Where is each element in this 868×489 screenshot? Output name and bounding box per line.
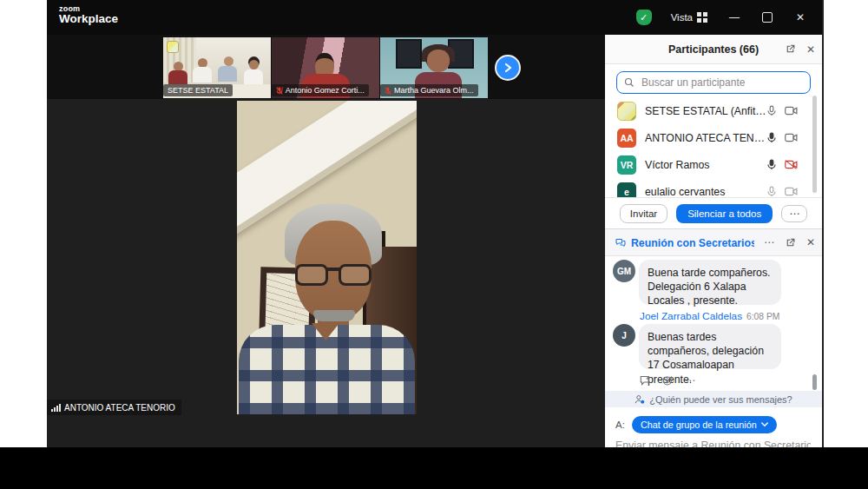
thumbnail-name-text: Antonio Gomez Corti... <box>286 86 365 95</box>
sender-name: Joel Zarrabal Caldelas <box>640 310 742 322</box>
person-check-icon <box>635 394 645 405</box>
participant-list: SETSE ESTATAL (Anfitrión, yo) AA ANTONIO… <box>605 97 822 197</box>
letterbox-bottom <box>0 447 868 489</box>
speaker-name-text: ANTONIO ATECA TENORIO <box>64 403 175 413</box>
chat-audience-selector[interactable]: Chat de grupo de la reunión <box>632 416 777 433</box>
thumbnail-name-label: Martha Guevara Olm... <box>380 84 478 96</box>
chat-message[interactable]: Buenas tardes compañeros, delegación 17 … <box>639 324 781 369</box>
minimize-button[interactable]: — <box>720 0 749 35</box>
thumb-person-deco <box>427 50 450 72</box>
security-shield-icon[interactable]: ✓ <box>629 0 659 35</box>
chat-title: Reunión con Secretarios(a... <box>631 237 754 249</box>
privacy-note-bar[interactable]: ¿Quién puede ver sus mensajes? <box>605 391 822 407</box>
mute-all-button[interactable]: Silenciar a todos <box>676 204 773 223</box>
message-avatar: GM <box>613 260 635 282</box>
chat-scrollbar[interactable] <box>812 374 817 390</box>
search-input[interactable] <box>640 76 803 89</box>
thumbnail-name-label: 🎙̸ Antonio Gomez Corti... <box>272 84 369 96</box>
participants-scrollbar[interactable] <box>812 96 817 193</box>
chat-message[interactable]: Buena tarde compañeros. Delegación 6 Xal… <box>639 260 781 305</box>
search-icon <box>624 77 635 88</box>
mic-icon[interactable] <box>766 105 777 116</box>
next-videos-button[interactable] <box>495 55 521 81</box>
titlebar-controls: ✓ Vista — ✕ <box>629 0 815 35</box>
person-glasses-deco <box>292 264 375 287</box>
maximize-button[interactable] <box>753 0 782 35</box>
mic-icon[interactable] <box>766 132 777 143</box>
invite-button[interactable]: Invitar <box>620 204 667 223</box>
speaker-video-antonio-ateca[interactable] <box>237 101 417 414</box>
video-stage: SETSE ESTATAL 🎙̸ Antonio Gomez Corti... <box>47 35 605 447</box>
participant-name: Víctor Ramos <box>645 159 766 171</box>
pop-out-icon[interactable] <box>785 237 796 248</box>
privacy-note-text: ¿Quién puede ver sus mensajes? <box>649 394 792 405</box>
thumbnail-name-text: Martha Guevara Olm... <box>394 86 474 95</box>
video-thumbnail-setse[interactable]: SETSE ESTATAL <box>163 37 271 98</box>
participant-avatar <box>617 102 636 121</box>
participant-row-setse[interactable]: SETSE ESTATAL (Anfitrión, yo) <box>605 97 822 124</box>
mic-muted-icon <box>276 87 283 95</box>
participant-row-victor-ramos[interactable]: VR Víctor Ramos <box>605 151 822 178</box>
thumbnail-name-label: SETSE ESTATAL <box>163 84 233 96</box>
setse-logo-icon <box>167 41 179 53</box>
pop-out-icon[interactable] <box>785 43 796 55</box>
message-more-icon[interactable]: ⋯ <box>685 374 696 387</box>
chat-panel: Reunión con Secretarios(a... ⋯ ✕ GM Buen… <box>605 228 822 448</box>
connection-signal-icon <box>51 404 61 412</box>
camera-off-icon[interactable] <box>785 160 798 169</box>
zoom-workplace-logo: zoom Workplace <box>59 5 118 26</box>
participant-avatar: VR <box>617 155 636 175</box>
view-button[interactable]: Vista <box>662 12 716 23</box>
participants-more-button[interactable]: ⋯ <box>781 205 807 222</box>
brand-workplace: Workplace <box>59 13 118 25</box>
participant-search-box[interactable] <box>616 71 811 94</box>
thumbnail-strip: SETSE ESTATAL 🎙̸ Antonio Gomez Corti... <box>47 35 605 99</box>
mic-icon[interactable] <box>766 159 777 170</box>
chat-more-icon[interactable]: ⋯ <box>764 236 774 248</box>
emoji-reaction-icon[interactable] <box>662 375 674 387</box>
message-sender-row: Joel Zarrabal Caldelas6:08 PM <box>640 310 779 322</box>
close-chat-icon[interactable]: ✕ <box>806 236 815 248</box>
video-thumbnail-martha-guevara[interactable]: Martha Guevara Olm... <box>380 37 488 98</box>
participant-avatar: AA <box>617 129 636 148</box>
video-thumbnail-antonio-gomez[interactable]: 🎙̸ Antonio Gomez Corti... <box>272 37 379 98</box>
zoom-window: zoom Workplace ✓ Vista — ✕ <box>47 0 824 447</box>
participant-row-eulalio[interactable]: e eulalio cervantes <box>605 178 822 197</box>
participant-row-antonio-ateca[interactable]: AA ANTONIO ATECA TENORIO <box>605 124 822 151</box>
thumbnail-name-text: SETSE ESTATAL <box>168 86 228 95</box>
mic-icon[interactable] <box>766 186 777 197</box>
chat-header: Reunión con Secretarios(a... ⋯ ✕ <box>605 229 822 256</box>
title-bar: zoom Workplace ✓ Vista — ✕ <box>47 0 822 35</box>
person-mustache-deco <box>313 310 355 321</box>
participants-footer: Invitar Silenciar a todos ⋯ <box>605 197 822 229</box>
active-speaker-name-label: ANTONIO ATECA TENORIO <box>47 400 181 415</box>
chat-compose-area: A: Chat de grupo de la reunión <box>605 407 822 448</box>
view-label: Vista <box>671 12 693 23</box>
thumb-frame-deco <box>396 39 422 69</box>
camera-icon[interactable] <box>785 187 798 196</box>
participant-name: eulalio cervantes <box>645 186 766 198</box>
camera-icon[interactable] <box>785 133 798 142</box>
message-time: 6:08 PM <box>746 312 779 321</box>
mic-muted-icon <box>385 87 391 95</box>
participant-name: SETSE ESTATAL (Anfitrión, yo) <box>645 105 766 117</box>
message-avatar: J <box>613 324 635 347</box>
maximize-icon <box>762 12 773 23</box>
close-participants-icon[interactable]: ✕ <box>806 43 815 56</box>
message-actions: ⋯ <box>640 374 696 387</box>
camera-icon[interactable] <box>785 106 798 116</box>
close-window-button[interactable]: ✕ <box>786 0 815 35</box>
participant-avatar: e <box>617 182 636 198</box>
chevron-down-icon <box>761 422 768 427</box>
reply-icon[interactable] <box>640 375 651 386</box>
participant-name: ANTONIO ATECA TENORIO <box>645 132 766 144</box>
participants-header: Participantes (66) ✕ <box>605 35 822 64</box>
chat-bubbles-icon <box>615 237 626 248</box>
grid-view-icon <box>697 12 707 23</box>
to-label: A: <box>615 420 625 430</box>
side-panel: Participantes (66) ✕ SETSE ESTATAL (Anfi… <box>605 35 822 447</box>
chevron-right-icon <box>503 63 513 73</box>
audience-label: Chat de grupo de la reunión <box>641 420 757 430</box>
